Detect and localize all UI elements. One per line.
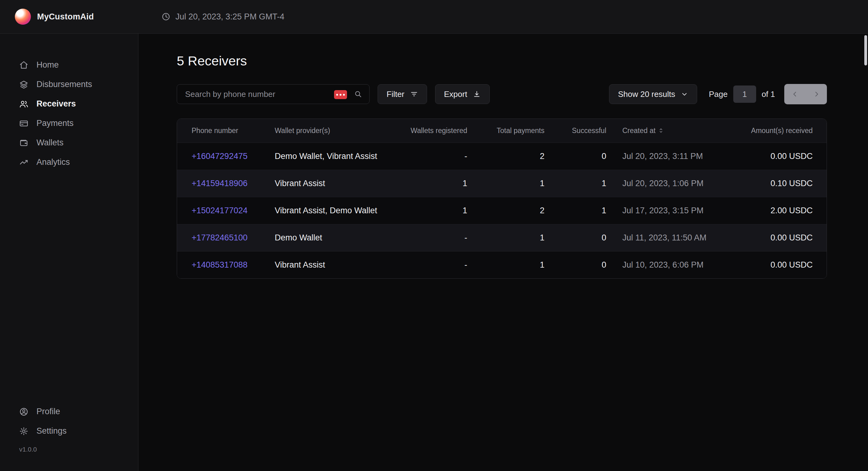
- successful-cell: 0: [553, 224, 614, 251]
- sidebar-item-label: Settings: [36, 426, 67, 436]
- brand: MyCustomAid: [15, 9, 94, 25]
- col-phone-number: Phone number: [177, 119, 267, 143]
- total-payments-cell: 1: [475, 251, 553, 278]
- created-at-cell: Jul 17, 2023, 3:15 PM: [614, 197, 733, 224]
- col-wallets-registered: Wallets registered: [400, 119, 475, 143]
- filter-icon: [410, 90, 418, 98]
- wallets-registered-cell: 1: [400, 197, 475, 224]
- wallets-registered-cell: -: [400, 251, 475, 278]
- created-at-cell: Jul 10, 2023, 6:06 PM: [614, 251, 733, 278]
- receivers-table: Phone number Wallet provider(s) Wallets …: [177, 119, 827, 279]
- providers-cell: Vibrant Assist: [267, 251, 400, 278]
- providers-cell: Vibrant Assist: [267, 170, 400, 197]
- search-box: [177, 84, 370, 104]
- sidebar-item-disbursements[interactable]: Disbursements: [0, 75, 138, 94]
- sidebar-footer: Profile Settings v1.0.0: [0, 402, 138, 471]
- prev-page-button[interactable]: [784, 84, 806, 104]
- amount-cell: 0.10 USDC: [733, 170, 827, 197]
- col-created-at-label: Created at: [622, 127, 655, 135]
- table-row: +14085317088 Vibrant Assist - 1 0 Jul 10…: [177, 251, 827, 278]
- col-total-payments: Total payments: [475, 119, 553, 143]
- wallet-icon: [19, 138, 28, 147]
- app-version: v1.0.0: [0, 446, 138, 453]
- col-amounts-received: Amount(s) received: [733, 119, 827, 143]
- show-results-label: Show 20 results: [618, 90, 675, 99]
- sidebar: Home Disbursements Receivers Payment: [0, 34, 138, 471]
- amount-cell: 0.00 USDC: [733, 224, 827, 251]
- phone-link[interactable]: +14159418906: [192, 179, 248, 188]
- search-icon[interactable]: [354, 90, 363, 98]
- sidebar-item-payments[interactable]: Payments: [0, 113, 138, 133]
- sort-icon: [658, 128, 664, 134]
- export-button[interactable]: Export: [435, 84, 490, 104]
- datetime: Jul 20, 2023, 3:25 PM GMT-4: [161, 12, 285, 22]
- topbar: MyCustomAid Jul 20, 2023, 3:25 PM GMT-4: [0, 0, 868, 34]
- successful-cell: 1: [553, 170, 614, 197]
- phone-cell: +14085317088: [177, 251, 267, 278]
- datetime-text: Jul 20, 2023, 3:25 PM GMT-4: [176, 12, 285, 22]
- page-number-input[interactable]: [733, 86, 756, 103]
- sidebar-item-label: Wallets: [36, 138, 64, 147]
- pagination-controls: Show 20 results Page of 1: [609, 84, 827, 104]
- page-of-label: of 1: [762, 90, 775, 99]
- wallets-registered-cell: 1: [400, 170, 475, 197]
- successful-cell: 1: [553, 197, 614, 224]
- total-payments-cell: 1: [475, 170, 553, 197]
- phone-cell: +17782465100: [177, 224, 267, 251]
- filter-button-label: Filter: [386, 90, 404, 99]
- created-at-cell: Jul 20, 2023, 1:06 PM: [614, 170, 733, 197]
- sidebar-item-settings[interactable]: Settings: [0, 421, 138, 441]
- sidebar-item-profile[interactable]: Profile: [0, 402, 138, 421]
- page-title: 5 Receivers: [177, 54, 851, 69]
- home-icon: [19, 61, 28, 70]
- phone-cell: +16047292475: [177, 143, 267, 170]
- clock-icon: [161, 12, 170, 21]
- phone-link[interactable]: +15024177024: [192, 206, 248, 215]
- chart-icon: [19, 158, 28, 167]
- sidebar-item-analytics[interactable]: Analytics: [0, 153, 138, 172]
- phone-link[interactable]: +14085317088: [192, 260, 248, 269]
- autofill-red-badge-icon[interactable]: [334, 90, 347, 99]
- phone-link[interactable]: +17782465100: [192, 233, 248, 242]
- gear-icon: [19, 427, 28, 436]
- table-row: +16047292475 Demo Wallet, Vibrant Assist…: [177, 143, 827, 170]
- wallets-registered-cell: -: [400, 224, 475, 251]
- users-icon: [19, 99, 28, 109]
- wallets-registered-cell: -: [400, 143, 475, 170]
- sidebar-item-label: Home: [36, 60, 59, 70]
- scrollbar-thumb[interactable]: [864, 35, 867, 65]
- sidebar-item-label: Payments: [36, 119, 73, 128]
- show-results-select[interactable]: Show 20 results: [609, 84, 697, 104]
- amount-cell: 2.00 USDC: [733, 197, 827, 224]
- sidebar-item-home[interactable]: Home: [0, 55, 138, 75]
- total-payments-cell: 2: [475, 197, 553, 224]
- table-header-row: Phone number Wallet provider(s) Wallets …: [177, 119, 827, 143]
- filter-button[interactable]: Filter: [378, 84, 427, 104]
- sidebar-item-label: Profile: [36, 407, 60, 416]
- sidebar-item-receivers[interactable]: Receivers: [0, 94, 138, 113]
- layers-icon: [19, 80, 28, 89]
- total-payments-cell: 2: [475, 143, 553, 170]
- main-content: 5 Receivers Filter Export: [138, 34, 868, 471]
- providers-cell: Vibrant Assist, Demo Wallet: [267, 197, 400, 224]
- card-icon: [19, 119, 28, 128]
- phone-link[interactable]: +16047292475: [192, 152, 248, 161]
- col-created-at[interactable]: Created at: [614, 119, 733, 143]
- col-successful: Successful: [553, 119, 614, 143]
- created-at-cell: Jul 11, 2023, 11:50 AM: [614, 224, 733, 251]
- brand-logo-icon: [15, 9, 31, 25]
- sidebar-item-wallets[interactable]: Wallets: [0, 133, 138, 153]
- sidebar-item-label: Analytics: [36, 158, 70, 167]
- profile-icon: [19, 407, 28, 416]
- successful-cell: 0: [553, 251, 614, 278]
- amount-cell: 0.00 USDC: [733, 251, 827, 278]
- export-button-label: Export: [444, 90, 467, 99]
- table-row: +15024177024 Vibrant Assist, Demo Wallet…: [177, 197, 827, 224]
- phone-cell: +15024177024: [177, 197, 267, 224]
- created-at-cell: Jul 20, 2023, 3:11 PM: [614, 143, 733, 170]
- chevron-down-icon: [681, 91, 688, 98]
- next-page-button[interactable]: [806, 84, 827, 104]
- pager: [784, 84, 827, 104]
- total-payments-cell: 1: [475, 224, 553, 251]
- providers-cell: Demo Wallet, Vibrant Assist: [267, 143, 400, 170]
